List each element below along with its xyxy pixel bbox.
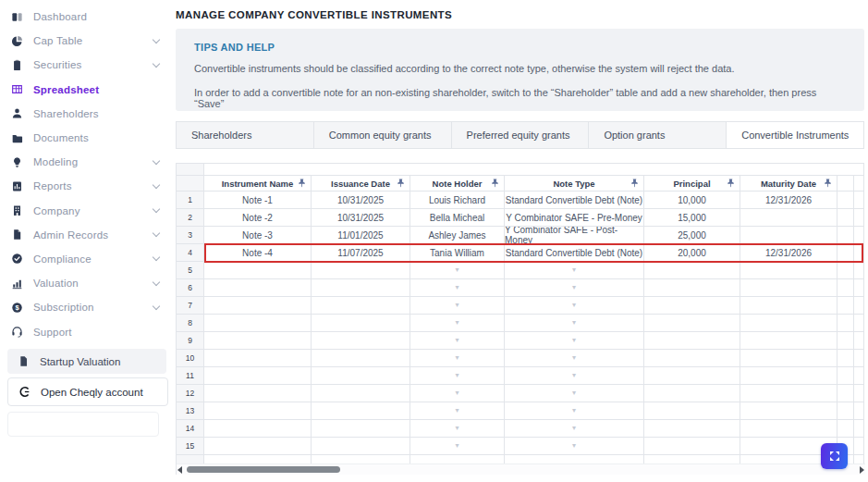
cell[interactable]: ▾ — [505, 350, 644, 367]
scroll-left-arrow-icon[interactable] — [177, 466, 182, 474]
row-number[interactable]: 13 — [177, 402, 204, 420]
column-header-principal[interactable]: Principal — [644, 176, 740, 192]
cell[interactable] — [740, 297, 837, 315]
row-number[interactable]: 10 — [177, 350, 204, 367]
cell[interactable] — [837, 227, 854, 244]
dropdown-chevron-icon[interactable]: ▾ — [455, 319, 458, 327]
cell[interactable]: ▾ — [410, 402, 505, 420]
cell[interactable] — [312, 315, 410, 332]
dropdown-chevron-icon[interactable]: ▾ — [455, 354, 458, 362]
cell[interactable]: ▾ — [505, 385, 644, 402]
row-number[interactable]: 9 — [177, 332, 204, 350]
pin-icon[interactable] — [630, 179, 639, 188]
cell[interactable] — [837, 385, 854, 402]
dropdown-chevron-icon[interactable]: ▾ — [455, 337, 458, 344]
sidebar-item-securities[interactable]: Securities — [0, 53, 174, 77]
cell[interactable]: Note -3 — [204, 227, 312, 244]
sidebar-item-spreadsheet[interactable]: Spreadsheet — [0, 78, 174, 102]
dropdown-chevron-icon[interactable]: ▾ — [455, 407, 458, 414]
cell[interactable]: Tania William — [410, 244, 505, 262]
cell[interactable] — [837, 297, 854, 315]
cell[interactable] — [740, 332, 837, 350]
cell[interactable]: 10/31/2025 — [312, 209, 410, 227]
row-number[interactable]: 14 — [177, 420, 204, 438]
cell[interactable] — [740, 385, 837, 402]
dropdown-chevron-icon[interactable]: ▾ — [572, 372, 576, 379]
tab-common-equity-grants[interactable]: Common equity grants — [313, 121, 452, 149]
sidebar-item-company[interactable]: Company — [0, 199, 174, 223]
dropdown-chevron-icon[interactable]: ▾ — [572, 266, 576, 274]
cell[interactable] — [854, 262, 864, 279]
pin-icon[interactable] — [727, 179, 735, 188]
cell[interactable]: ▾ — [505, 297, 644, 315]
expand-fullscreen-button[interactable] — [821, 443, 848, 469]
cell[interactable] — [644, 315, 740, 332]
cell[interactable]: ▾ — [410, 332, 505, 350]
cell[interactable] — [644, 438, 740, 455]
dropdown-chevron-icon[interactable]: ▾ — [455, 372, 458, 379]
cell[interactable]: Bella Micheal — [410, 209, 505, 227]
cell[interactable] — [312, 402, 410, 420]
cell[interactable] — [204, 367, 312, 385]
column-header-instrument-name[interactable]: Instrument Name — [204, 176, 312, 192]
cell[interactable]: Standard Convertible Debt (Note) — [505, 192, 644, 209]
cell[interactable] — [740, 315, 837, 332]
dropdown-chevron-icon[interactable]: ▾ — [572, 302, 576, 309]
cell[interactable] — [644, 402, 740, 420]
cell[interactable]: 15,000 — [644, 209, 740, 227]
cell[interactable]: Note -4 — [204, 244, 312, 262]
cell[interactable]: Y Combinator SAFE - Pre-Money — [505, 209, 644, 227]
cell[interactable] — [740, 367, 837, 385]
dropdown-chevron-icon[interactable]: ▾ — [455, 442, 458, 450]
cell[interactable] — [204, 315, 312, 332]
sidebar-item-subscription[interactable]: $Subscription — [0, 295, 174, 319]
sidebar-item-dashboard[interactable]: Dashboard — [0, 5, 174, 29]
cell[interactable] — [837, 402, 854, 420]
cell[interactable] — [312, 350, 410, 367]
cell[interactable] — [854, 279, 864, 297]
cell[interactable]: ▾ — [410, 279, 505, 297]
cell[interactable] — [204, 332, 312, 350]
cell[interactable]: ▾ — [410, 420, 505, 438]
pin-icon[interactable] — [491, 179, 499, 188]
sidebar-item-startup-valuation[interactable]: Startup Valuation — [7, 349, 166, 374]
cell[interactable]: ▾ — [410, 367, 505, 385]
cell[interactable] — [854, 367, 864, 385]
cell[interactable] — [837, 262, 854, 279]
dropdown-chevron-icon[interactable]: ▾ — [572, 319, 576, 327]
column-header-issuance-date[interactable]: Issuance Date — [312, 176, 410, 192]
row-number[interactable]: 4 — [177, 244, 204, 262]
row-number[interactable]: 3 — [177, 227, 204, 244]
cell[interactable] — [644, 367, 740, 385]
sidebar-item-documents[interactable]: Documents — [0, 126, 174, 150]
tab-convertible-instruments[interactable]: Convertible Instruments — [726, 121, 864, 149]
cell[interactable] — [740, 262, 837, 279]
cell[interactable]: ▾ — [505, 438, 644, 455]
cell[interactable] — [854, 438, 864, 455]
open-cheqly-button[interactable]: Open Cheqly account — [7, 377, 168, 406]
cell[interactable]: ▾ — [505, 262, 644, 279]
cell[interactable] — [854, 192, 864, 209]
dropdown-chevron-icon[interactable]: ▾ — [455, 266, 458, 274]
cell[interactable]: Ashley James — [410, 227, 505, 244]
pin-icon[interactable] — [397, 179, 405, 188]
row-number[interactable]: 2 — [177, 209, 204, 227]
cell[interactable] — [204, 402, 312, 420]
dropdown-chevron-icon[interactable]: ▾ — [572, 337, 576, 344]
row-number[interactable]: 15 — [177, 438, 204, 455]
cell[interactable]: ▾ — [410, 385, 505, 402]
sidebar-item-modeling[interactable]: Modeling — [0, 150, 174, 174]
tab-option-grants[interactable]: Option grants — [588, 121, 727, 149]
cell[interactable] — [644, 385, 740, 402]
cell[interactable]: Louis Richard — [410, 192, 505, 209]
dropdown-chevron-icon[interactable]: ▾ — [455, 302, 458, 309]
cell[interactable]: ▾ — [505, 279, 644, 297]
cell[interactable] — [204, 420, 312, 438]
cell[interactable] — [312, 297, 410, 315]
sidebar-item-valuation[interactable]: Valuation — [0, 271, 174, 295]
cell[interactable]: ▾ — [410, 315, 505, 332]
cell[interactable] — [854, 244, 864, 262]
cell[interactable]: ▾ — [505, 332, 644, 350]
cell[interactable]: ▾ — [505, 420, 644, 438]
cell[interactable] — [204, 438, 312, 455]
